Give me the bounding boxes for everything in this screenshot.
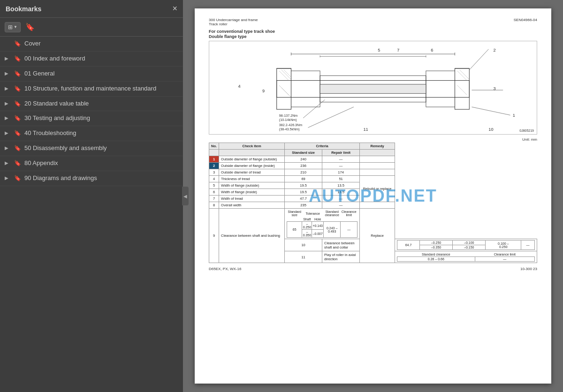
bookmark-icon-00: 🔖	[14, 55, 22, 62]
sidebar-item-label-20: 20 Standard value table	[24, 100, 178, 108]
chevron-00: ▶	[5, 55, 12, 61]
col-subheader-remedy	[360, 150, 395, 156]
bookmark-icon-30: 🔖	[14, 114, 22, 121]
table-row: 1 Outside diameter of flange (outside) 2…	[209, 156, 537, 163]
chevron-30: ▶	[5, 114, 12, 121]
sidebar-item-10[interactable]: ▶ 🔖 10 Structure, function and maintenan…	[0, 82, 183, 97]
svg-text:6: 6	[431, 48, 433, 53]
remedy-3	[360, 169, 395, 176]
svg-text:9: 9	[262, 89, 265, 93]
hole-tol2-10: –0.150	[453, 245, 486, 250]
sidebar-item-50[interactable]: ▶ 🔖 50 Disassembly and assembly	[0, 141, 183, 156]
chevron-placeholder	[5, 40, 12, 41]
sidebar-item-label-80: 80 Appendix	[24, 159, 178, 167]
table-row: 3 Outside diameter of tread 210 174	[209, 169, 537, 176]
bookmark-icon-40: 🔖	[14, 129, 22, 136]
check-item-2: Outside diameter of flange (inside)	[219, 163, 285, 169]
table-row: 4 Thickness of tread 69 51 Rebuild or re…	[209, 176, 537, 182]
col-subheader-item	[219, 150, 285, 156]
svg-rect-17	[320, 84, 426, 94]
technical-diagram: 5 7 6 2 4 9 3 1 11 10	[209, 41, 537, 135]
repair-3: 174	[322, 169, 360, 176]
tolerance-table-9: Standard size Tolerance Standard clearan…	[287, 210, 358, 238]
col-header-remedy: Remedy	[360, 143, 395, 150]
close-button[interactable]: ×	[172, 4, 177, 14]
diagram-label: 0J805219	[519, 129, 534, 132]
check-item-9: Clearance between shaft and bushing	[219, 209, 285, 263]
row-number-7: 7	[209, 196, 219, 202]
svg-text:10: 10	[488, 127, 493, 132]
footer-model: D65EX, PX, WX-16	[209, 267, 241, 271]
content-heading-1: For conventional type track shoe	[209, 29, 537, 34]
row-number-3: 3	[209, 169, 219, 176]
repair-4: 51	[322, 176, 360, 182]
std-cl-value-11: 0.26 – 0.66	[397, 257, 475, 262]
row-number-2: 2	[209, 163, 219, 169]
sidebar-item-label-30: 30 Testing and adjusting	[24, 114, 178, 122]
std-clearance-label-9: Standard clearance	[324, 210, 341, 217]
check-item-3: Outside diameter of tread	[219, 169, 285, 176]
bookmark-icon-10: 🔖	[14, 85, 22, 92]
chevron-50: ▶	[5, 144, 12, 151]
cl-lim-value-9: —	[341, 222, 358, 238]
row-number-4: 4	[209, 176, 219, 182]
svg-text:2: 2	[494, 48, 496, 53]
tolerance-label-9: Tolerance	[302, 210, 324, 217]
standard-4: 69	[285, 176, 322, 182]
standard-6: 19.5	[285, 189, 322, 196]
table-row: 2 Outside diameter of flange (inside) 23…	[209, 163, 537, 169]
clearance-limit-label-9: Clearance limit	[341, 210, 358, 217]
remedy-8	[360, 202, 395, 209]
hole-tol1-10: –0.100	[453, 241, 486, 245]
doc-subsection-title: Track roller	[209, 22, 258, 26]
std-clearance-9	[324, 217, 341, 222]
hole-tol1-9: +0.143	[312, 222, 324, 230]
sidebar-item-label-00: 00 Index and foreword	[24, 55, 178, 63]
svg-text:382.2-426.3Nm: 382.2-426.3Nm	[279, 123, 302, 127]
svg-text:7: 7	[397, 48, 399, 53]
expand-all-button[interactable]: ⊞ ▼	[5, 22, 21, 32]
bookmark-icon-80: 🔖	[14, 159, 22, 166]
sidebar: Bookmarks × ⊞ ▼ 🔖 🔖 Cover ▶ 🔖 00 Index a…	[0, 0, 183, 392]
sidebar-item-20[interactable]: ▶ 🔖 20 Standard value table	[0, 97, 183, 112]
bookmark-icon-button[interactable]: 🔖	[23, 21, 37, 33]
row-number-10: 10	[285, 239, 322, 251]
expand-icon: ⊞	[8, 24, 13, 30]
cl-lim-value-11: —	[475, 257, 534, 262]
bookmark-icon-90: 🔖	[14, 174, 22, 181]
cl-lim-value-10: —	[521, 241, 535, 250]
col-header-criteria: Criteria	[285, 143, 360, 150]
size-value-10: 64.7	[397, 241, 420, 250]
tolerance-table-10: 64.7 –0.250 –0.100 0.100 –0.250 — –0.350…	[397, 240, 535, 250]
table-row: 9 Clearance between shaft and bushing St…	[209, 209, 537, 239]
sidebar-item-00[interactable]: ▶ 🔖 00 Index and foreword	[0, 52, 183, 67]
sidebar-collapse-handle[interactable]: ◀	[182, 187, 189, 205]
sidebar-item-label-01: 01 General	[24, 70, 178, 78]
doc-id: SEN04966-04	[514, 18, 537, 26]
doc-section-title: 300 Undercarriage and frame	[209, 18, 258, 22]
remedy-9: Replace	[360, 209, 395, 263]
sidebar-item-40[interactable]: ▶ 🔖 40 Troubleshooting	[0, 126, 183, 141]
sidebar-item-90[interactable]: ▶ 🔖 90 Diagrams and drawings	[0, 171, 183, 186]
sidebar-item-80[interactable]: ▶ 🔖 80 Appendix	[0, 156, 183, 171]
check-item-7: Width of tread	[219, 196, 285, 202]
row-number-11: 11	[285, 251, 322, 263]
cl-limit-9	[341, 217, 358, 222]
bookmark-icon-50: 🔖	[14, 144, 22, 151]
expand-arrow: ▼	[14, 25, 17, 29]
sidebar-item-label-40: 40 Troubleshooting	[24, 129, 178, 137]
shaft-tol1-10: –0.250	[419, 241, 452, 245]
page-footer: D65EX, PX, WX-16 10-300 23	[209, 267, 537, 271]
chevron-80: ▶	[5, 159, 12, 166]
doc-section-left: 300 Undercarriage and frame Track roller	[209, 18, 258, 26]
repair-8: —	[322, 202, 360, 209]
col-subheader-no	[209, 150, 219, 156]
repair-5: 13.5	[322, 182, 360, 189]
sidebar-item-30[interactable]: ▶ 🔖 30 Testing and adjusting	[0, 111, 183, 126]
sidebar-item-cover[interactable]: 🔖 Cover	[0, 37, 183, 52]
standard-3: 210	[285, 169, 322, 176]
shaft-tol1-9: –0.250	[302, 222, 312, 230]
collapse-arrow-icon: ◀	[183, 194, 187, 199]
sidebar-item-01[interactable]: ▶ 🔖 01 General	[0, 67, 183, 82]
shaft-tol2-9: –0.350	[302, 230, 312, 238]
